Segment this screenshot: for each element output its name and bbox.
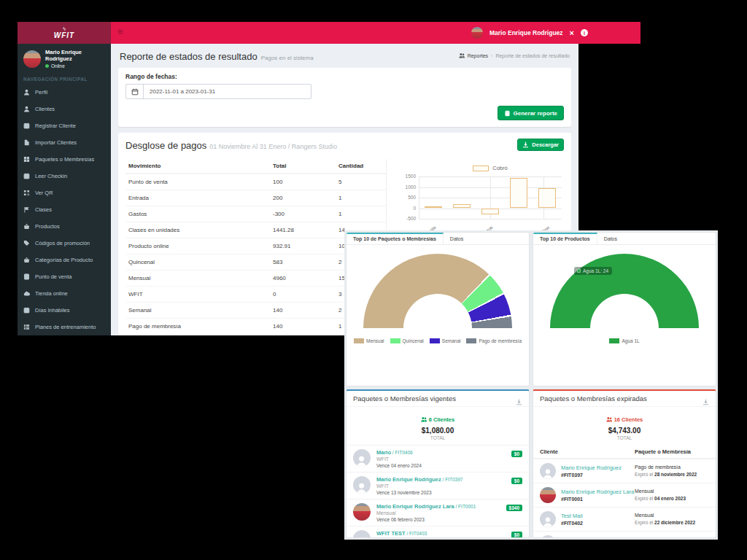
table-cell: Quincenal [125, 254, 270, 271]
table-row[interactable]: Mario Enrique Rodriguez#FIT0397Pago de m… [533, 459, 716, 483]
expiradas-col-cliente: Cliente [540, 448, 635, 455]
y-tick-label: 1500 [406, 174, 416, 179]
table-cell: 140 [270, 319, 336, 335]
legend-item-agua-1l[interactable]: Agua 1L [609, 338, 639, 343]
sidebar-item-importar-clientes[interactable]: Importar Clientes [18, 134, 111, 151]
client-name-link[interactable]: Mario Enrique Rodriguez Lara / FIT0001 [376, 503, 476, 510]
chart-legend[interactable]: Cobró [419, 165, 562, 171]
legend-item-mensual[interactable]: Mensual [354, 338, 384, 343]
list-item[interactable]: Mario Enrique Rodriguez Lara / FIT0001Me… [347, 499, 529, 526]
bar-clases-en-unidades[interactable] [510, 178, 527, 209]
client-info: Mario Enrique Rodriguez / FIT0397WFITVen… [376, 476, 462, 495]
download-icon[interactable] [703, 395, 709, 402]
basket-icon [23, 223, 30, 230]
header-avatar[interactable] [471, 27, 483, 39]
sidebar-item-codigos-de-promocion[interactable]: Códigos de promoción [18, 235, 111, 252]
user-icon [23, 89, 30, 96]
tab-top10-paquetes[interactable]: Top 10 de Paquetes o Membresías [347, 233, 444, 244]
amount-badge: $0 [511, 532, 522, 538]
sidebar-item-label: Punto de venta [35, 273, 71, 280]
calendar-icon [126, 85, 144, 98]
sidebar-item-registrar-cliente[interactable]: Registrar Cliente [18, 117, 111, 134]
gridline [419, 176, 419, 219]
hamburger-icon[interactable]: ≡ [117, 27, 123, 37]
sidebar-item-productos[interactable]: Productos [18, 218, 111, 235]
bar-punto-de-venta[interactable] [425, 206, 442, 209]
tab-top10-productos[interactable]: Top 10 de Productos [533, 233, 597, 244]
bar-gastos[interactable] [481, 209, 499, 215]
app-logo[interactable]: ϟ WFIT [18, 22, 111, 44]
sidebar-item-perfil[interactable]: Perfil [18, 84, 111, 101]
breadcrumb-current: Reporte de estados de resultado [495, 53, 570, 58]
calendar-check-icon [23, 173, 30, 179]
sidebar-item-punto-de-venta[interactable]: Punto de venta [18, 268, 111, 285]
sidebar-item-planes-de-entrenamiento[interactable]: Planes de entrenamiento [18, 319, 111, 335]
header-user-name[interactable]: Mario Enrique Rodriguez [489, 29, 563, 36]
download-button[interactable]: Descargar [517, 139, 564, 151]
legend-item-semanal[interactable]: Semanal [430, 338, 461, 343]
legend-item-pago-de-membresia[interactable]: Pago de membresía [466, 338, 522, 343]
bar-producto-online[interactable] [538, 188, 556, 208]
calendar-check-icon [23, 122, 30, 129]
sidebar-item-leer-checkin[interactable]: Leer Checkin [18, 168, 111, 184]
table-cell: 200 [270, 190, 336, 206]
table-cell: Entrada [125, 190, 270, 206]
client-name-link[interactable]: Mario Enrique Rodriguez [561, 464, 622, 471]
sidebar-item-paquetes-o-membresias[interactable]: Paquetes o Membresías [18, 151, 111, 168]
payments-subtitle: 01 Noviembre Al 31 Enero / Rangers Studi… [209, 143, 337, 150]
generate-report-button[interactable]: Generar reporte [498, 106, 564, 120]
list-item[interactable]: Mario Enrique Rodriguez / FIT0397WFITVen… [347, 472, 529, 499]
sidebar: ϟ WFIT Mario Enrique Rodriguez Online NA… [18, 22, 111, 335]
vigentes-box: Paquetes o Membresías vigentes 6 Cliente… [346, 389, 530, 538]
table-row[interactable]: WFIT TEST#FIT0403MensualExpiró el 03 feb… [533, 531, 716, 538]
package-name: WFIT [376, 483, 462, 489]
users-icon [459, 52, 465, 58]
download-icon[interactable] [516, 395, 522, 402]
bar-entrada[interactable] [453, 204, 471, 209]
sidebar-item-clases[interactable]: Clases [18, 201, 111, 218]
sidebar-item-label: Planes de entrenamiento [35, 324, 96, 330]
client-name-link[interactable]: WFIT TEST / FIT0403 [376, 530, 427, 537]
y-tick-label: 500 [408, 195, 416, 200]
legend-label: Pago de membresía [479, 338, 522, 343]
client-name-link[interactable]: Mario Enrique Rodriguez Lara [561, 489, 634, 495]
vigentes-title: Paquetes o Membresías vigentes [353, 394, 456, 402]
col-cantidad: Cantidad [336, 159, 387, 174]
client-name-link[interactable]: Mario Enrique Rodriguez / FIT0397 [376, 476, 462, 483]
qr-icon [23, 190, 30, 196]
list-item[interactable]: WFIT TEST / FIT0403WFITVence 03 enero 20… [347, 526, 529, 538]
table-cell: Gastos [125, 206, 270, 222]
list-icon [23, 324, 30, 330]
table-cell: 1441.28 [270, 222, 336, 238]
client-name-link[interactable]: WFIT TEST [561, 537, 589, 538]
y-tick-label: 0 [413, 206, 416, 211]
expiry-date: Vence 04 enero 2024 [376, 463, 422, 468]
sidebar-item-clientes[interactable]: Clientes [18, 101, 111, 117]
table-cell: TOTAL [125, 335, 270, 336]
close-icon[interactable]: × [570, 28, 574, 37]
download-icon [522, 141, 529, 148]
legend-item-quincenal[interactable]: Quincenal [390, 338, 424, 343]
list-item[interactable]: Mario / FIT0406WFITVence 04 enero 2024$0 [347, 445, 529, 472]
sidebar-item-categorias-de-producto[interactable]: Categorías de Producto [18, 252, 111, 268]
breadcrumb-root[interactable]: Reportes [468, 53, 488, 58]
tooltip-swatch [577, 269, 581, 273]
table-row[interactable]: Test Mail#FIT0402MensualExpiró el 22 dic… [533, 507, 716, 531]
table-cell: Clases en unidades [125, 222, 270, 238]
table-row[interactable]: Mario Enrique Rodriguez Lara#FIT0001Mens… [533, 483, 716, 507]
sidebar-item-ver-qr[interactable]: Ver QR [18, 184, 111, 201]
products-donut-chart: Agua 1L: 24 Agua 1L [533, 245, 716, 360]
expiry-date: Vence 13 noviembre 2023 [376, 490, 462, 495]
client-name-link[interactable]: Test Mail [561, 513, 583, 519]
date-range-input[interactable]: 2022-11-01 a 2023-01-31 [125, 84, 311, 99]
tab-datos[interactable]: Datos [597, 233, 624, 244]
tab-datos[interactable]: Datos [444, 233, 470, 244]
y-tick-label: -500 [406, 216, 416, 221]
client-name-link[interactable]: Mario / FIT0406 [376, 449, 422, 456]
avatar [353, 449, 371, 467]
package-name: Mensual [635, 513, 709, 518]
info-icon[interactable]: i [581, 29, 588, 36]
packages-donut-chart: MensualQuincenalSemanalPago de membresía [347, 245, 529, 360]
sidebar-item-dias-inhabiles[interactable]: Días Inhábiles [18, 302, 111, 319]
sidebar-item-tienda-online[interactable]: Tienda online [18, 285, 111, 302]
